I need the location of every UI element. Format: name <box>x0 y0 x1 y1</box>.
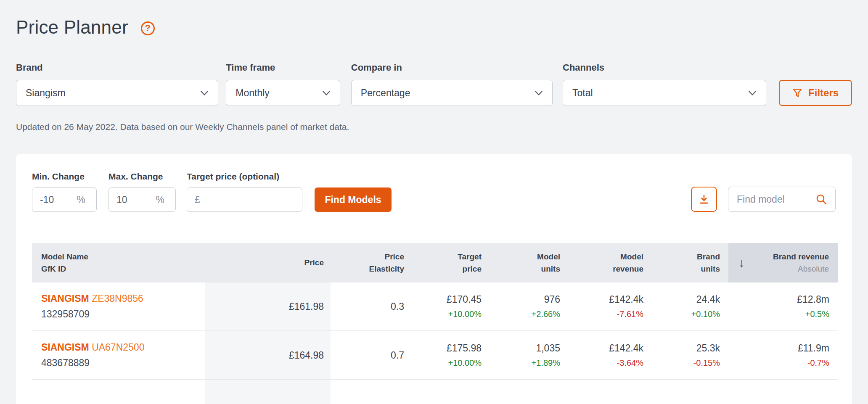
model-name-link[interactable]: SIANGISM UA67N2500 <box>41 342 144 353</box>
find-models-button[interactable]: Find Models <box>315 187 392 212</box>
help-icon[interactable]: ? <box>141 21 155 35</box>
funnel-icon <box>792 88 802 98</box>
col-header-model-revenue-line1: Model <box>620 251 643 263</box>
max-change-label: Max. Change <box>108 172 176 182</box>
target-price-field <box>187 187 302 212</box>
brand-units-cell: 24.4k +0.10% <box>652 283 728 330</box>
brand-name: SIANGISM <box>41 342 89 353</box>
channels-filter-group: Channels Total <box>563 62 766 106</box>
time-frame-filter-group: Time frame Monthly <box>226 62 340 106</box>
col-header-model-name-line1: Model Name <box>41 251 88 263</box>
col-header-target-price-line2: price <box>463 263 482 275</box>
table-row-partial <box>32 380 838 404</box>
col-header-model-units[interactable]: Model units <box>490 243 569 283</box>
col-header-brand-units[interactable]: Brand units <box>652 243 728 283</box>
compare-in-label: Compare in <box>351 62 553 73</box>
model-name-link[interactable]: SIANGISM ZE38N9856 <box>41 293 143 304</box>
brand-label: Brand <box>16 62 218 73</box>
compare-in-select[interactable]: Percentage <box>351 80 553 106</box>
col-header-brand-units-line1: Brand <box>697 251 720 263</box>
model-name-cell[interactable]: SIANGISM UA67N2500 483678889 <box>32 331 205 379</box>
compare-in-filter-group: Compare in Percentage <box>351 62 553 106</box>
target-price-pct: +10.00% <box>448 358 482 368</box>
brand-name: SIANGISM <box>41 293 89 304</box>
page-title: Price Planner <box>16 17 128 38</box>
model-units-pct: +2.66% <box>532 309 560 319</box>
brand-units-pct: +0.10% <box>691 309 720 319</box>
time-frame-select[interactable]: Monthly <box>226 80 340 106</box>
col-header-price-elasticity-line1: Price <box>385 251 404 263</box>
model-revenue-pct: -3.64% <box>617 358 643 368</box>
col-header-target-price[interactable]: Target price <box>413 243 490 283</box>
target-price-pct: +10.00% <box>448 309 482 319</box>
min-change-label: Min. Change <box>32 172 97 182</box>
model-units-cell <box>490 380 569 404</box>
model-code: UA67N2500 <box>92 342 144 353</box>
model-code: ZE38N9856 <box>92 293 143 304</box>
max-change-input[interactable] <box>116 194 153 206</box>
price-cell: £164.98 <box>205 331 331 379</box>
controls-row: Min. Change % Max. Change % Target price… <box>32 172 836 212</box>
target-price-cell: £175.98 +10.00% <box>413 331 490 379</box>
col-header-brand-revenue-mode: Absolute <box>798 263 829 275</box>
find-model-search <box>728 187 836 212</box>
col-header-price-elasticity[interactable]: Price Elasticity <box>331 243 413 283</box>
filters-button[interactable]: Filters <box>779 80 852 106</box>
elasticity-cell <box>331 380 413 404</box>
model-name-cell[interactable]: SIANGISM ZE38N9856 132958709 <box>32 283 205 330</box>
target-price-value: £170.45 <box>447 294 482 305</box>
model-units-value: 1,035 <box>536 343 560 354</box>
brand-revenue-cell: £12.8m +0.5% <box>728 283 838 330</box>
col-header-price-label: Price <box>304 256 324 269</box>
model-name-cell <box>32 380 205 404</box>
min-change-input[interactable] <box>40 194 74 206</box>
model-revenue-cell: £142.4k -3.64% <box>569 331 652 379</box>
download-button[interactable] <box>691 187 717 212</box>
brand-units-value: 25.3k <box>696 343 720 354</box>
brand-revenue-pct: +0.5% <box>805 309 829 319</box>
brand-revenue-value: £12.8m <box>797 294 829 305</box>
model-revenue-value: £142.4k <box>609 343 643 354</box>
table-body: SIANGISM ZE38N9856 132958709 £161.98 0.3… <box>32 283 838 404</box>
target-price-input[interactable] <box>195 194 294 206</box>
min-change-unit: % <box>77 194 89 206</box>
search-icon[interactable] <box>815 193 828 206</box>
brand-units-pct: -0.15% <box>693 358 720 368</box>
find-model-input[interactable] <box>737 194 815 205</box>
col-header-price-elasticity-line2: Elasticity <box>369 263 404 275</box>
model-units-cell: 976 +2.66% <box>490 283 569 330</box>
chevron-down-icon <box>200 90 209 96</box>
chevron-down-icon <box>535 90 543 96</box>
target-price-cell <box>413 380 490 404</box>
filters-button-label: Filters <box>808 87 839 99</box>
model-units-pct: +1.89% <box>532 358 560 368</box>
max-change-field: % <box>108 187 176 212</box>
table-row: SIANGISM UA67N2500 483678889 £164.98 0.7… <box>32 331 838 380</box>
channels-select[interactable]: Total <box>563 80 766 106</box>
target-price-group: Target price (optional) <box>187 172 302 212</box>
channels-label: Channels <box>563 62 766 73</box>
table-row: SIANGISM ZE38N9856 132958709 £161.98 0.3… <box>32 283 838 331</box>
gfk-id: 483678889 <box>41 357 90 369</box>
time-frame-select-value: Monthly <box>236 87 270 99</box>
col-header-model-revenue[interactable]: Model revenue <box>569 243 652 283</box>
brand-select[interactable]: Siangism <box>16 80 218 106</box>
col-header-brand-revenue[interactable]: ↓ Brand revenue Absolute <box>728 243 838 283</box>
col-header-model-units-line2: units <box>541 263 560 275</box>
model-revenue-cell: £142.4k -7.61% <box>569 283 652 330</box>
updated-note: Updated on 26 May 2022. Data based on ou… <box>16 122 852 132</box>
target-price-cell: £170.45 +10.00% <box>413 283 490 330</box>
brand-revenue-cell: £11.9m -0.7% <box>728 331 838 379</box>
elasticity-cell: 0.3 <box>331 283 413 330</box>
brand-revenue-value: £11.9m <box>798 343 829 354</box>
col-header-model-units-line1: Model <box>537 251 560 263</box>
col-header-price[interactable]: Price <box>205 243 331 283</box>
price-cell: £161.98 <box>205 283 331 330</box>
model-units-cell: 1,035 +1.89% <box>490 331 569 379</box>
sort-descending-icon: ↓ <box>738 253 745 273</box>
col-header-brand-units-line2: units <box>701 263 720 275</box>
model-revenue-cell <box>569 380 652 404</box>
model-revenue-pct: -7.61% <box>617 309 643 319</box>
chevron-down-icon <box>322 90 331 96</box>
price-value: £161.98 <box>289 301 324 312</box>
